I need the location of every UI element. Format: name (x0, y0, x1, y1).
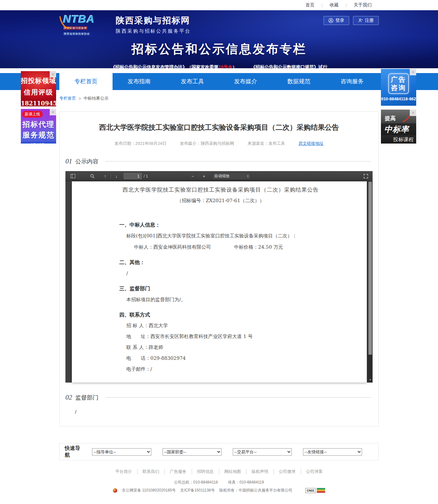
meta-publish-media: 发布媒介：陕西采购与招标网 (180, 141, 234, 146)
search-icon[interactable] (88, 172, 97, 180)
footer-beian2[interactable]: 京ICP备15011138号 (180, 488, 215, 493)
doc-contact-email: 电子邮件：/ (119, 366, 322, 373)
ad-phone: 18211094526 (21, 100, 56, 106)
footer-link-ads[interactable]: 广告服务 (165, 469, 192, 475)
site-logo[interactable]: NTBA 陕西采购与招标师 陕西省招标投标协会 (63, 13, 111, 36)
toolbar-separator (111, 174, 111, 179)
tab-publish-tool[interactable]: 发布工具 (166, 73, 219, 90)
section-divider (105, 161, 371, 161)
tab-column-home[interactable]: 专栏首页 (59, 73, 113, 90)
login-label: 登录 (335, 18, 344, 23)
topbar-home-link[interactable]: 首页 (299, 2, 322, 8)
footer-link-sitemap[interactable]: 网站地图 (219, 469, 247, 475)
doc-winner-line: 中标人：西安金坤医药科技有限公司中标价格：24.50 万元 (119, 244, 322, 251)
doc-contact-person: 联 系 人：薛老师 (119, 344, 322, 351)
ad-text: 招标代理 (21, 120, 56, 129)
ad-text: 广告 (389, 75, 408, 84)
footer-link-contact[interactable]: 联系我们 (138, 469, 165, 475)
register-label: 注册 (365, 18, 374, 23)
ad-credit-rating[interactable]: × 招投标领域 信用评级 18211094526 (21, 71, 56, 106)
doc-bid-number: （招标编号：ZX2021-07-61（二次）） (119, 197, 322, 204)
scrollbar-thumb[interactable] (368, 182, 372, 355)
zoom-mode-label: 自动缩放 (214, 173, 230, 179)
doc-title: 西北大学医学院技工实验室口腔技工实验设备采购项目（二次）采购结果公告 (119, 186, 322, 193)
ad-advertising-consult[interactable]: × 广告 咨询 010-88484118-862 (381, 69, 416, 106)
close-icon[interactable]: × (50, 71, 56, 78)
page-down-icon[interactable]: ↓ (112, 172, 121, 180)
ad-bid-course[interactable]: × 提高 中标率 投标课程 (381, 110, 416, 144)
ad-text: 解|读 (21, 142, 56, 144)
ad-text: 咨询 (389, 84, 408, 92)
logo-acronym: NTBA (63, 13, 111, 24)
quicknav-select-links[interactable]: --友情链接-- (303, 448, 362, 456)
close-icon[interactable]: × (50, 109, 56, 115)
footer-link-jobs[interactable]: 招聘信息 (192, 469, 219, 475)
user-circle-icon (328, 18, 333, 23)
doc-section3-content: 本招标项目的监督部门为/。 (119, 296, 322, 303)
section-title: 公示内容 (75, 158, 98, 165)
quicknav-label: 快速导航 (65, 445, 85, 459)
police-badge-icon (113, 488, 117, 493)
banner-sub-part2: ） (232, 64, 237, 68)
page-number-input[interactable] (124, 173, 142, 179)
login-button[interactable]: 登录 (324, 16, 349, 25)
topbar-about-link[interactable]: 关于我们 (347, 2, 379, 8)
ad-phone: 010-88484118-862 (381, 96, 416, 101)
footer-phones: 公司总机：010-68484118 传真：010-68484119 (59, 480, 379, 485)
zoom-in-icon[interactable]: + (200, 172, 208, 180)
article-content-box: 西北大学医学院技工实验室口腔技工实验设备采购项目（二次）采购结果公告 发布日期：… (59, 112, 379, 426)
banner-sub-red: 10号令 (218, 64, 232, 68)
pdf-scrollbar[interactable]: ▼ (368, 181, 373, 383)
pdf-viewer: ↑ ↓ / 1 − + 自动缩放 ▲▼ (65, 171, 373, 383)
ad-box: 广告 咨询 (388, 73, 409, 94)
footer-link-weibo[interactable]: 公司微博 (274, 469, 301, 475)
meta-source-channel: 来源渠道：发布工具 (248, 141, 285, 146)
section-divider (105, 397, 371, 398)
ad-text: 投标课程 (381, 136, 414, 143)
topbar-favorite-link[interactable]: 收藏 (323, 2, 346, 8)
close-icon[interactable]: × (410, 110, 416, 116)
zoom-out-icon[interactable]: − (189, 172, 197, 180)
ad-agency-course[interactable]: × 新课上线 招标代理 服务规范 解|读 (21, 109, 56, 144)
banner-title: 招标公告和公示信息发布专栏 (0, 41, 438, 57)
footer-link-copyright[interactable]: 版权声明 (247, 469, 274, 475)
fullscreen-icon[interactable] (362, 172, 370, 180)
sidebar-toggle-icon[interactable] (69, 172, 77, 180)
banner-sub-part1: 《招标公告和公示信息发布管理办法》（国家发改委第 (111, 64, 218, 68)
quicknav-select-ministries[interactable]: --国家部委-- (163, 448, 222, 456)
footer-beian1: 京公网安备 11010802020185号 (122, 488, 176, 493)
breadcrumb: 专栏首页 > 中标结果公示 (59, 95, 379, 101)
doc-lot-line: 标段(包)[001]西北大学医学院技工实验室口腔技工实验设备采购项目（二次）： (119, 233, 322, 239)
banner-sub-part3: 《招标公告和公示数据接口规范》试行 (251, 64, 327, 68)
quicknav-select-guidance[interactable]: --指导单位-- (92, 448, 151, 456)
section-header-supervision: 02 监督部门 (65, 393, 373, 401)
pdf-canvas-area: 西北大学医学院技工实验室口腔技工实验设备采购项目（二次）采购结果公告 （招标编号… (65, 181, 373, 383)
breadcrumb-home-link[interactable]: 专栏首页 (59, 95, 76, 101)
section-title: 监督部门 (75, 394, 98, 401)
footer-link-platform[interactable]: 平台简介 (110, 469, 138, 475)
doc-section4-heading: 四、联系方式 (119, 311, 322, 318)
page-title: 西北大学医学院技工实验室口腔技工实验设备采购项目（二次）采购结果公告 (65, 123, 373, 132)
page-up-icon[interactable]: ↑ (101, 172, 109, 180)
top-utility-bar: 首页 | 收藏 | 关于我们 (0, 0, 438, 10)
tab-publish-media[interactable]: 发布媒介 (219, 73, 272, 90)
article-meta: 发布日期：2021年08月24日 发布媒介：陕西采购与招标网 来源渠道：发布工具… (65, 141, 373, 146)
tab-consulting[interactable]: 咨询服务 (325, 73, 379, 90)
original-link[interactable]: 原文链接地址 (299, 141, 324, 146)
close-icon[interactable]: × (410, 69, 416, 75)
dropdown-carets-icon: ▲▼ (247, 175, 249, 178)
doc-contact-address: 地 址：西安市长安区郭杜教育科技产业区学府大道 1 号 (119, 333, 322, 340)
doc-contact-bidder: 招 标 人：西北大学 (119, 322, 322, 329)
tab-publish-guide[interactable]: 发布指南 (113, 73, 166, 90)
ad-badge: 新课上线 (22, 111, 43, 118)
scroll-down-icon[interactable]: ▼ (368, 378, 373, 382)
quicknav-select-platforms[interactable]: --交易平台-- (233, 448, 292, 456)
breadcrumb-separator-icon: > (79, 96, 81, 101)
zoom-mode-dropdown[interactable]: 自动缩放 ▲▼ (212, 173, 251, 180)
site-footer: 平台简介 联系我们 广告服务 招聘信息 网站地图 版权声明 公司微博 公司博客 … (59, 469, 379, 493)
tab-data-spec[interactable]: 数据规范 (272, 73, 325, 90)
ad-text: 中标率 (381, 123, 416, 135)
footer-link-blog[interactable]: 公司博客 (301, 469, 328, 475)
register-button[interactable]: 注册 (353, 16, 379, 25)
ad-text: 招投标领域 (21, 76, 56, 85)
